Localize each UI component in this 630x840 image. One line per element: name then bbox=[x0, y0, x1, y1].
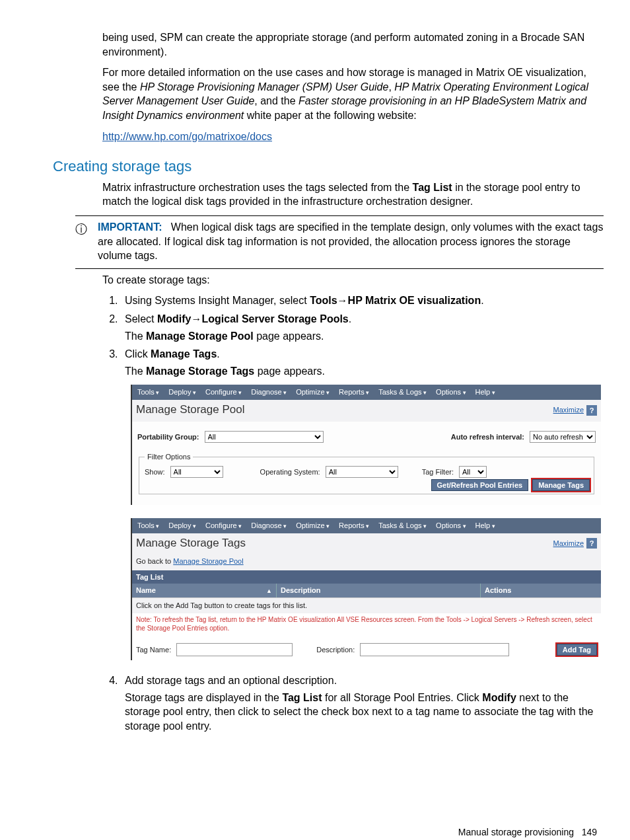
menu-options[interactable]: Options bbox=[436, 387, 466, 397]
taglist-columns: Name▲ Description Actions bbox=[132, 584, 601, 597]
os-label: Operating System: bbox=[260, 467, 320, 477]
menu-diagnose[interactable]: Diagnose bbox=[251, 387, 287, 397]
section-intro: Matrix infrastructure orchestration uses… bbox=[102, 180, 604, 209]
menu-reports[interactable]: Reports bbox=[339, 521, 369, 531]
go-back-link[interactable]: Manage Storage Pool bbox=[173, 557, 243, 565]
menu-tasks-logs[interactable]: Tasks & Logs bbox=[378, 387, 427, 397]
col-actions[interactable]: Actions bbox=[481, 584, 601, 597]
menu-optimize[interactable]: Optimize bbox=[296, 387, 330, 397]
intro-paragraph-1: being used, SPM can create the appropria… bbox=[102, 30, 604, 59]
menu-diagnose[interactable]: Diagnose bbox=[251, 521, 287, 531]
screenshot-manage-storage-tags: Tools Deploy Configure Diagnose Optimize… bbox=[131, 518, 601, 660]
tag-filter-select[interactable]: All bbox=[459, 466, 487, 478]
portability-group-label: Portability Group: bbox=[137, 432, 199, 442]
sort-asc-icon[interactable]: ▲ bbox=[266, 587, 272, 595]
page-footer: Manual storage provisioning 149 bbox=[53, 826, 597, 839]
menubar: Tools Deploy Configure Diagnose Optimize… bbox=[132, 385, 601, 400]
menu-tasks-logs[interactable]: Tasks & Logs bbox=[378, 521, 427, 531]
tag-name-input[interactable] bbox=[176, 643, 293, 656]
add-tag-button[interactable]: Add Tag bbox=[557, 644, 597, 656]
auto-refresh-label: Auto refresh interval: bbox=[451, 432, 524, 442]
menu-tools[interactable]: Tools bbox=[137, 387, 159, 397]
tag-filter-label: Tag Filter: bbox=[422, 467, 454, 477]
show-select[interactable]: All bbox=[170, 466, 223, 478]
menu-options[interactable]: Options bbox=[436, 521, 466, 531]
step-3: Click Manage Tags. The Manage Storage Ta… bbox=[121, 347, 604, 378]
docs-link[interactable]: http://www.hp.com/go/matrixoe/docs bbox=[102, 131, 272, 142]
os-select[interactable]: All bbox=[326, 466, 398, 478]
auto-refresh-select[interactable]: No auto refresh bbox=[530, 431, 596, 443]
tag-description-label: Description: bbox=[316, 645, 355, 655]
menu-optimize[interactable]: Optimize bbox=[296, 521, 330, 531]
menu-deploy[interactable]: Deploy bbox=[168, 521, 196, 531]
panel-title: Manage Storage Tags bbox=[136, 536, 246, 551]
col-description[interactable]: Description bbox=[277, 584, 481, 597]
taglist-header: Tag List bbox=[132, 570, 601, 584]
menu-configure[interactable]: Configure bbox=[205, 521, 242, 531]
important-note: ⓘ IMPORTANT: When logical disk tags are … bbox=[75, 215, 604, 269]
screenshot-manage-storage-pool: Tools Deploy Configure Diagnose Optimize… bbox=[131, 385, 601, 505]
step-4: Add storage tags and an optional descrip… bbox=[121, 673, 604, 733]
menu-configure[interactable]: Configure bbox=[205, 387, 242, 397]
go-back-row: Go back to Manage Storage Pool bbox=[132, 555, 601, 570]
tag-description-input[interactable] bbox=[360, 643, 509, 656]
taglist-refresh-note: Note: To refresh the Tag list, return to… bbox=[132, 613, 601, 639]
col-name[interactable]: Name bbox=[136, 586, 156, 595]
portability-group-select[interactable]: All bbox=[205, 431, 324, 443]
menubar: Tools Deploy Configure Diagnose Optimize… bbox=[132, 518, 601, 533]
important-icon: ⓘ bbox=[75, 220, 98, 237]
intro-paragraph-2: For more detailed information on the use… bbox=[102, 65, 604, 122]
taglist-empty-hint: Click on the Add Tag button to create ta… bbox=[132, 597, 601, 613]
menu-reports[interactable]: Reports bbox=[339, 387, 369, 397]
important-label: IMPORTANT: bbox=[98, 221, 162, 233]
help-icon[interactable]: ? bbox=[586, 538, 597, 549]
filter-options-fieldset: Filter Options Show: All Operating Syste… bbox=[139, 452, 594, 494]
filter-legend: Filter Options bbox=[145, 452, 193, 462]
steps-intro: To create storage tags: bbox=[102, 273, 604, 287]
maximize-link[interactable]: Maximize bbox=[553, 539, 584, 549]
tag-name-label: Tag Name: bbox=[136, 645, 171, 655]
menu-help[interactable]: Help bbox=[475, 521, 495, 531]
step-2: Select Modify→Logical Server Storage Poo… bbox=[121, 312, 604, 343]
manage-tags-button[interactable]: Manage Tags bbox=[532, 479, 590, 491]
get-refresh-pool-button[interactable]: Get/Refresh Pool Entries bbox=[431, 479, 529, 491]
step-1: Using Systems Insight Manager, select To… bbox=[121, 293, 604, 308]
panel-title: Manage Storage Pool bbox=[136, 402, 244, 418]
menu-deploy[interactable]: Deploy bbox=[168, 387, 196, 397]
menu-tools[interactable]: Tools bbox=[137, 521, 159, 531]
maximize-link[interactable]: Maximize bbox=[553, 405, 584, 415]
show-label: Show: bbox=[145, 467, 165, 477]
help-icon[interactable]: ? bbox=[586, 405, 597, 416]
menu-help[interactable]: Help bbox=[475, 387, 495, 397]
section-heading: Creating storage tags bbox=[53, 157, 610, 176]
